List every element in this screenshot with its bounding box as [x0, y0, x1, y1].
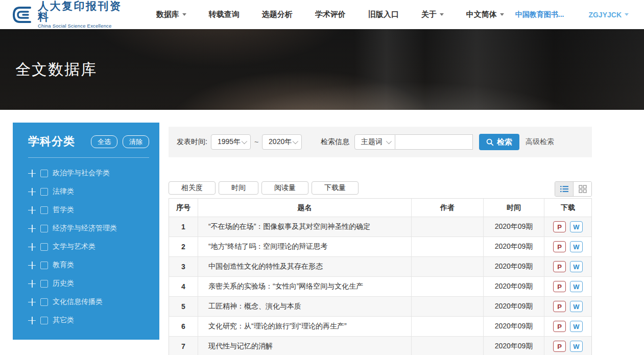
sidebar-item-culture-information[interactable]: 文化信息传播类 [28, 293, 149, 311]
expand-plus-icon[interactable] [28, 280, 36, 288]
download-pdf-button[interactable]: P [553, 341, 566, 352]
grid-view-icon [579, 185, 587, 193]
nav-item-language[interactable]: 中文简体 [466, 10, 504, 19]
year-to-select[interactable]: 2020年 [262, 134, 302, 150]
account-menu[interactable]: ZGJYJCK [588, 11, 629, 19]
column-header-no: 序号 [169, 199, 198, 217]
article-time: 2020年09期 [484, 237, 544, 257]
sort-reads-button[interactable]: 阅读量 [261, 181, 308, 195]
download-pdf-button[interactable]: P [553, 301, 566, 312]
category-label: 哲学类 [53, 205, 74, 215]
institution-link[interactable]: 中国教育图书... [515, 10, 564, 19]
category-checkbox[interactable] [40, 188, 48, 196]
table-row: 6 文化研究：从“理论的旅行”到“理论的再生产” 2020年09期 PW [169, 317, 591, 337]
column-header-title: 题名 [198, 199, 412, 217]
category-label: 教育类 [53, 261, 74, 270]
sidebar-item-education[interactable]: 教育类 [28, 256, 149, 274]
nav-item-academic-evaluation[interactable]: 学术评价 [315, 10, 346, 19]
nav-item-about[interactable]: 关于 [421, 10, 444, 19]
download-word-button[interactable]: W [570, 321, 583, 332]
search-icon [486, 138, 494, 146]
row-number: 3 [169, 257, 198, 277]
expand-plus-icon[interactable] [28, 188, 36, 196]
category-checkbox[interactable] [40, 243, 48, 251]
category-checkbox[interactable] [40, 225, 48, 232]
nav-item-label: 转载查询 [209, 10, 240, 19]
download-pdf-button[interactable]: P [553, 321, 566, 332]
category-checkbox[interactable] [40, 262, 48, 269]
article-title-link[interactable]: “地方”终结了吗：空间理论的辩证思考 [198, 237, 412, 257]
download-pdf-button[interactable]: P [553, 281, 566, 292]
nav-item-old-version[interactable]: 旧版入口 [368, 10, 399, 19]
nav-item-label: 旧版入口 [368, 10, 399, 19]
download-word-button[interactable]: W [570, 241, 583, 252]
row-number: 7 [169, 337, 198, 355]
search-button[interactable]: 检索 [479, 134, 519, 150]
download-word-button[interactable]: W [570, 341, 583, 352]
expand-plus-icon[interactable] [28, 243, 36, 251]
article-time: 2020年09期 [484, 337, 544, 355]
logo-icon [11, 5, 34, 25]
expand-plus-icon[interactable] [28, 225, 36, 232]
clear-button[interactable]: 清除 [123, 135, 149, 148]
search-field-select[interactable]: 主题词 [354, 134, 395, 150]
expand-plus-icon[interactable] [28, 317, 36, 324]
article-title-link[interactable]: 中国创造性文化的特性及其存在形态 [198, 257, 412, 277]
list-view-button[interactable] [555, 182, 574, 196]
category-checkbox[interactable] [40, 298, 48, 306]
expand-plus-icon[interactable] [28, 262, 36, 269]
category-checkbox[interactable] [40, 206, 48, 214]
column-header-author: 作者 [412, 199, 484, 217]
article-title-link[interactable]: 现代性与记忆的消解 [198, 337, 412, 355]
article-title-link[interactable]: 工匠精神：概念、演化与本质 [198, 297, 412, 317]
year-from-select[interactable]: 1995年 [211, 134, 251, 150]
article-title-link[interactable]: 文化研究：从“理论的旅行”到“理论的再生产” [198, 317, 412, 337]
hero-banner: 全文数据库 [0, 29, 644, 110]
institution-link-label: 中国教育图书... [515, 10, 564, 19]
download-pdf-button[interactable]: P [553, 221, 566, 232]
grid-view-button[interactable] [574, 182, 591, 196]
sort-relevance-button[interactable]: 相关度 [169, 181, 216, 195]
site-logo[interactable]: 人大复印报刊资料 China Social Science Excellence [11, 1, 127, 29]
article-time: 2020年09期 [484, 317, 544, 337]
expand-plus-icon[interactable] [28, 298, 36, 306]
article-title-link[interactable]: 亲密关系的实验场：“女性向”网络空间与文化生产 [198, 277, 412, 297]
category-checkbox[interactable] [40, 280, 48, 288]
expand-plus-icon[interactable] [28, 170, 36, 177]
download-word-button[interactable]: W [570, 261, 583, 272]
row-number: 2 [169, 237, 198, 257]
nav-item-topic-analysis[interactable]: 选题分析 [262, 10, 293, 19]
article-author [412, 257, 484, 277]
category-checkbox[interactable] [40, 170, 48, 177]
row-number: 6 [169, 317, 198, 337]
download-word-button[interactable]: W [570, 221, 583, 232]
article-time: 2020年09期 [484, 277, 544, 297]
article-author [412, 217, 484, 237]
nav-item-reprint-query[interactable]: 转载查询 [209, 10, 240, 19]
download-pdf-button[interactable]: P [553, 261, 566, 272]
sidebar-item-economics[interactable]: 经济学与经济管理类 [28, 219, 149, 238]
advanced-search-link[interactable]: 高级检索 [526, 137, 554, 147]
sidebar-item-philosophy[interactable]: 哲学类 [28, 201, 149, 219]
sidebar-item-history[interactable]: 历史类 [28, 274, 149, 293]
chevron-down-icon [625, 13, 629, 16]
sidebar-item-literature-art[interactable]: 文学与艺术类 [28, 238, 149, 256]
nav-item-label: 数据库 [156, 10, 179, 19]
download-pdf-button[interactable]: P [553, 241, 566, 252]
sort-time-button[interactable]: 时间 [219, 181, 258, 195]
sort-downloads-button[interactable]: 下载量 [312, 181, 359, 195]
category-checkbox[interactable] [40, 317, 48, 324]
download-word-button[interactable]: W [570, 301, 583, 312]
list-view-icon [560, 185, 568, 193]
select-all-button[interactable]: 全选 [91, 135, 117, 148]
sidebar-item-others[interactable]: 其它类 [28, 311, 149, 329]
download-word-button[interactable]: W [570, 281, 583, 292]
row-number: 1 [169, 217, 198, 237]
search-input[interactable] [395, 134, 473, 150]
nav-item-label: 选题分析 [262, 10, 293, 19]
sidebar-item-politics-sociology[interactable]: 政治学与社会学类 [28, 164, 149, 182]
article-title-link[interactable]: “不在场的在场”：图像叙事及其对空间神圣性的确定 [198, 217, 412, 237]
nav-item-database[interactable]: 数据库 [156, 10, 186, 19]
expand-plus-icon[interactable] [28, 206, 36, 214]
sidebar-item-law[interactable]: 法律类 [28, 182, 149, 201]
